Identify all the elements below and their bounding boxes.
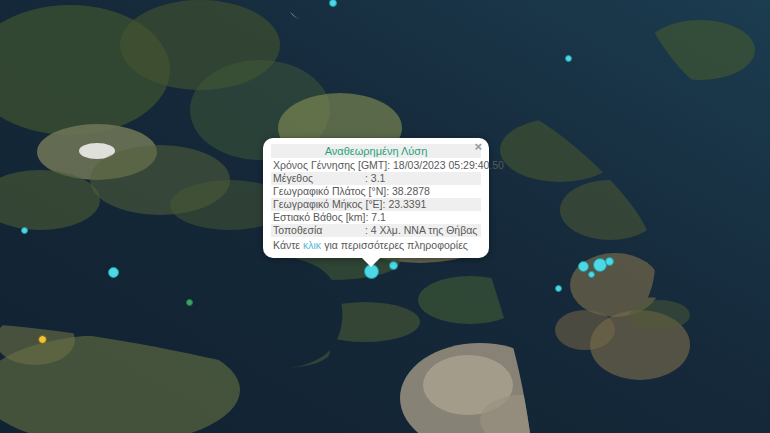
earthquake-marker-green[interactable] (186, 299, 193, 306)
earthquake-marker-cyan[interactable] (565, 55, 572, 62)
earthquake-marker-yellow[interactable] (38, 335, 47, 344)
earthquake-marker-cyan[interactable] (555, 285, 562, 292)
earthquake-marker-cyan[interactable] (389, 261, 398, 270)
popup-footer: Κάντεκλικγια περισσότερες πληροφορίες (271, 237, 481, 252)
popup-title: Αναθεωρημένη Λύση (271, 144, 481, 158)
row-label: Γεωγραφικό Πλάτος [°N] (273, 185, 386, 198)
popup-row: Χρόνος Γέννησης [GMT]: 18/03/2023 05:29:… (271, 159, 481, 172)
row-value: : 7.1 (365, 211, 479, 224)
row-value: : 23.3391 (383, 198, 479, 211)
earthquake-marker-cyan[interactable] (21, 227, 28, 234)
popup-row: Τοποθεσία: 4 Χλμ. NNA της Θήβας (271, 224, 481, 237)
earthquake-map-screen: × Αναθεωρημένη Λύση Χρόνος Γέννησης [GMT… (0, 0, 770, 433)
footer-text-prefix: Κάντε (273, 239, 300, 251)
popup-row: Γεωγραφικό Πλάτος [°N]: 38.2878 (271, 185, 481, 198)
row-label: Τοποθεσία (273, 224, 365, 237)
earthquake-marker-cyan[interactable] (329, 0, 337, 7)
row-value: : 4 Χλμ. NNA της Θήβας (365, 224, 479, 237)
popup-row: Εστιακό Βάθος [km]: 7.1 (271, 211, 481, 224)
popup-row: Μέγεθος: 3.1 (271, 172, 481, 185)
row-value: : 3.1 (365, 172, 479, 185)
row-value: : 18/03/2023 05:29:40.50 (387, 159, 504, 172)
earthquake-marker-cyan[interactable] (578, 261, 589, 272)
popup-row: Γεωγραφικό Μήκος [°E]: 23.3391 (271, 198, 481, 211)
close-icon[interactable]: × (474, 140, 482, 153)
row-label: Χρόνος Γέννησης [GMT] (273, 159, 387, 172)
earthquake-marker-cyan[interactable] (605, 257, 614, 266)
row-label: Μέγεθος (273, 172, 365, 185)
popup-tail-pointer (362, 258, 380, 267)
row-label: Εστιακό Βάθος [km] (273, 211, 365, 224)
earthquake-popup: × Αναθεωρημένη Λύση Χρόνος Γέννησης [GMT… (263, 138, 489, 258)
row-value: : 38.2878 (386, 185, 479, 198)
row-label: Γεωγραφικό Μήκος [°E] (273, 198, 383, 211)
earthquake-marker-cyan[interactable] (108, 267, 119, 278)
footer-text-suffix: για περισσότερες πληροφορίες (324, 239, 468, 251)
earthquake-marker-cyan[interactable] (588, 271, 595, 278)
popup-detail-rows: Χρόνος Γέννησης [GMT]: 18/03/2023 05:29:… (271, 159, 481, 237)
more-info-link[interactable]: κλικ (303, 239, 321, 251)
